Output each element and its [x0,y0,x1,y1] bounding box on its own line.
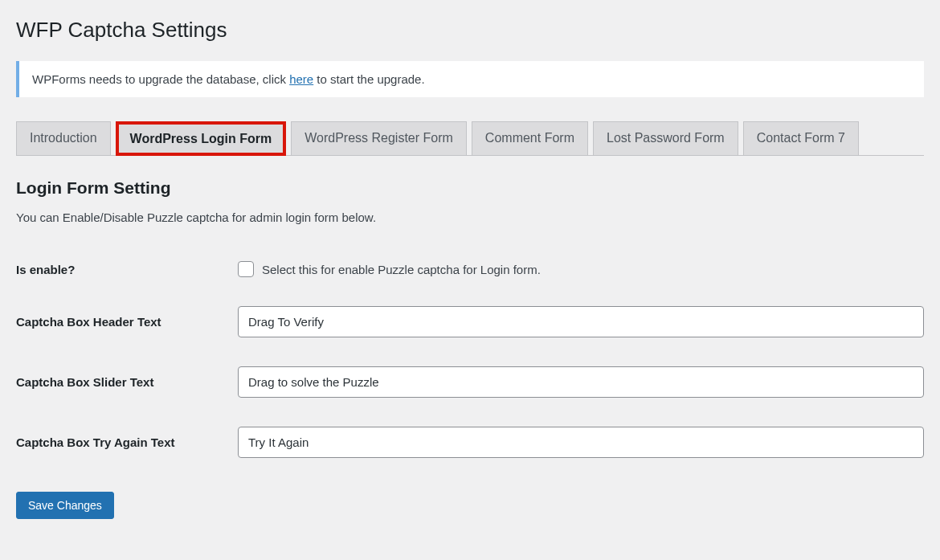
tab-lost-password-form[interactable]: Lost Password Form [593,121,738,156]
try-again-text-label: Captcha Box Try Again Text [16,412,238,472]
is-enable-description: Select this for enable Puzzle captcha fo… [262,263,541,276]
header-text-label: Captcha Box Header Text [16,292,238,352]
section-title: Login Form Setting [16,156,924,206]
page-title: WFP Captcha Settings [16,8,924,57]
notice-suffix: to start the upgrade. [313,72,424,86]
header-text-input[interactable] [238,306,924,337]
upgrade-link[interactable]: here [289,72,313,86]
try-again-text-input[interactable] [238,427,924,458]
upgrade-notice: WPForms needs to upgrade the database, c… [16,61,924,97]
slider-text-input[interactable] [238,366,924,398]
is-enable-label: Is enable? [16,247,238,292]
tab-wordpress-register-form[interactable]: WordPress Register Form [291,121,467,156]
save-changes-button[interactable]: Save Changes [16,492,114,519]
tab-wordpress-login-form[interactable]: WordPress Login Form [116,121,287,156]
nav-tabs: Introduction WordPress Login Form WordPr… [16,113,924,156]
tab-comment-form[interactable]: Comment Form [472,121,588,156]
is-enable-checkbox[interactable] [238,261,254,277]
tab-introduction[interactable]: Introduction [16,121,111,156]
slider-text-label: Captcha Box Slider Text [16,352,238,412]
notice-prefix: WPForms needs to upgrade the database, c… [32,72,289,86]
section-description: You can Enable/Disable Puzzle captcha fo… [16,206,924,247]
tab-contact-form-7[interactable]: Contact Form 7 [743,121,859,156]
